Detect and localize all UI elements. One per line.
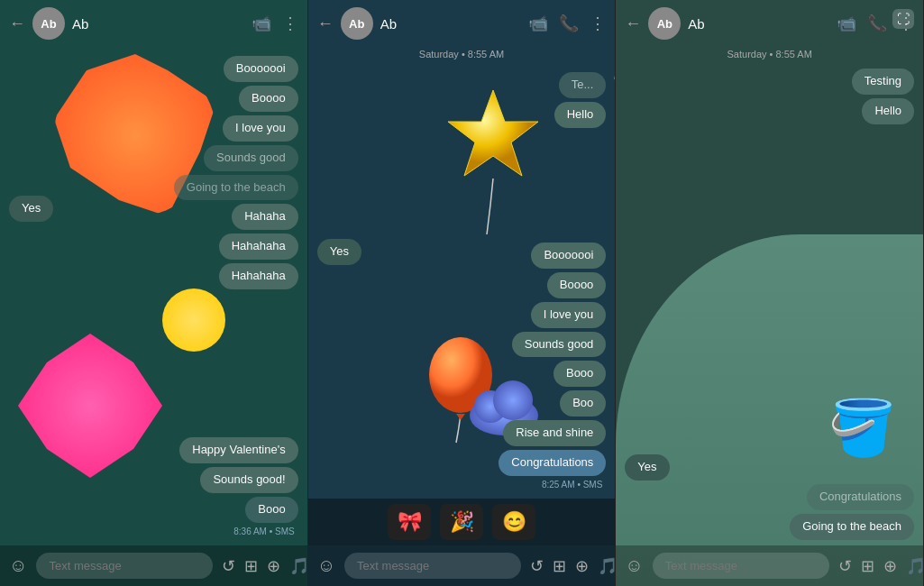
header-icons: 📹 📞 ⋮ [528, 14, 606, 33]
contact-name: Ab [380, 16, 522, 32]
video-call-icon[interactable]: 📹 [837, 14, 856, 33]
add-icon[interactable]: ⊕ [267, 556, 280, 576]
expand-icon[interactable]: ⛶ [892, 9, 914, 29]
message-input[interactable] [344, 553, 521, 579]
back-button[interactable]: ← [9, 14, 25, 33]
congratulations-message-faded: Congratulations [807, 484, 914, 510]
contact-name: Ab [688, 16, 829, 32]
message-timestamp: 8:25 AM • SMS [317, 480, 607, 493]
received-message: Yes [625, 454, 669, 481]
message-input[interactable] [36, 553, 213, 579]
status-line: Saturday • 8:55 AM [308, 47, 616, 63]
avatar: Ab [648, 7, 681, 40]
contact-name: Ab [72, 16, 244, 32]
back-button[interactable]: ← [317, 14, 334, 33]
message-item: Te... [559, 72, 607, 98]
message-item: Sounds good! [200, 467, 297, 493]
message-item: Going to the beach [174, 175, 298, 201]
emoji-button[interactable]: ☺ [625, 555, 643, 576]
received-message: Yes [9, 196, 53, 222]
message-item: Booooooi [531, 243, 606, 269]
panel3-header: ← Ab Ab 📹 📞 ⋮ [616, 0, 923, 47]
message-item: Booooooi [224, 56, 298, 82]
message-timestamp: 8:36 AM • SMS [9, 526, 298, 540]
mic-icon[interactable]: 🎵 [289, 556, 307, 576]
status-line: Saturday • 8:55 AM [616, 47, 923, 63]
video-call-icon[interactable]: 📹 [528, 14, 548, 33]
gif-icon[interactable]: ⊞ [244, 556, 258, 576]
message-item: Boo [560, 390, 606, 417]
header-icons: 📹 ⋮ [252, 14, 298, 33]
gif-icon[interactable]: ⊞ [861, 556, 874, 576]
mic-icon[interactable]: 🎵 [598, 556, 616, 576]
message-item: Boooo [239, 86, 298, 112]
emoji-button[interactable]: ☺ [9, 555, 27, 576]
messages-list-3: Testing Hello Yes Congratulations Going … [616, 63, 923, 545]
congratulations-message: Congratulations [499, 450, 606, 476]
panel2-header: ← Ab Ab 📹 📞 ⋮ [308, 0, 616, 47]
more-options-icon[interactable]: ⋮ [282, 14, 298, 33]
bottom-bar-3: ☺ ↺ ⊞ ⊕ 🎵 [616, 545, 923, 586]
avatar: Ab [341, 7, 373, 40]
add-icon[interactable]: ⊕ [883, 556, 897, 576]
phone-icon[interactable]: 📞 [867, 14, 887, 33]
message-item: Happy Valentine's [179, 437, 297, 463]
message-item: Hahahaha [219, 263, 298, 289]
message-input[interactable] [653, 553, 829, 579]
more-options-icon[interactable]: ⋮ [590, 14, 606, 33]
gif-icon[interactable]: ⊞ [553, 556, 566, 576]
mic-icon[interactable]: 🎵 [906, 556, 924, 576]
bottom-bar-2: ☺ ↺ ⊞ ⊕ 🎵 [308, 545, 616, 586]
back-button[interactable]: ← [625, 14, 641, 33]
messages-list-2: Te... Hello Booooooi Boooo I love you So… [308, 63, 616, 499]
message-item: Hahaha [232, 204, 298, 230]
attach-icon[interactable]: ↺ [222, 556, 235, 576]
messages-list-1: Booooooi Boooo I love you Sounds good Go… [0, 47, 307, 545]
message-item: Sounds good [204, 145, 298, 171]
message-item: Rise and shine [503, 420, 606, 446]
add-icon[interactable]: ⊕ [575, 556, 589, 576]
message-item: Booo [553, 361, 606, 387]
panel-2: ← Ab Ab 📹 📞 ⋮ Saturday • 8:55 AM Te... H… [308, 0, 617, 586]
bottom-bar-1: ☺ ↺ ⊞ ⊕ 🎵 [0, 545, 307, 586]
message-item: Sounds good [512, 332, 607, 358]
message-item: Boooo [547, 272, 607, 298]
message-item: Hello [554, 102, 607, 128]
panel-1: ← Ab Ab 📹 ⋮ Booooooi Boooo I love you So… [0, 0, 308, 586]
emoji-button[interactable]: ☺ [317, 555, 335, 576]
message-item: Hahahaha [219, 233, 298, 260]
phone-icon[interactable]: 📞 [559, 14, 579, 33]
message-item: I love you [223, 115, 298, 142]
sticker-button-2[interactable]: 🎉 [440, 504, 483, 540]
sticker-row: 🎀 🎉 😊 [308, 499, 616, 545]
going-to-beach-message: Going to the beach [790, 514, 914, 540]
video-call-icon[interactable]: 📹 [252, 14, 271, 33]
sticker-button-1[interactable]: 🎀 [388, 504, 431, 540]
panel1-header: ← Ab Ab 📹 ⋮ [0, 0, 307, 47]
attach-icon[interactable]: ↺ [530, 556, 544, 576]
message-item: I love you [531, 302, 607, 328]
sticker-button-3[interactable]: 😊 [492, 504, 535, 540]
message-booo: Booo [245, 497, 297, 523]
received-message: Yes [317, 239, 361, 265]
attach-icon[interactable]: ↺ [838, 556, 852, 576]
panel-3: 🪣 ⛶ ← Ab Ab 📹 📞 ⋮ Saturday • 8:55 AM Tes… [616, 0, 924, 586]
testing-message: Testing [852, 69, 914, 95]
message-item: Hello [862, 98, 914, 124]
avatar: Ab [32, 7, 65, 40]
